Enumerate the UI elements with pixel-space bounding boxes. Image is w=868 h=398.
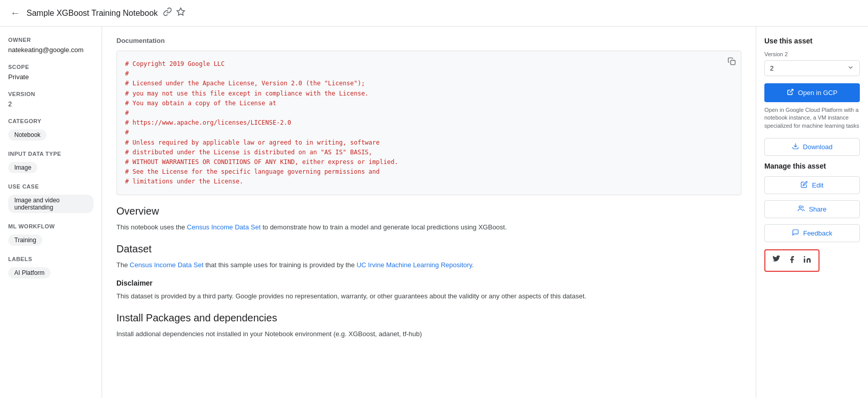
overview-heading: Overview xyxy=(116,205,741,217)
dataset-text-after: . xyxy=(472,261,474,269)
edit-icon xyxy=(801,181,808,190)
labels-section: Labels AI Platform xyxy=(8,256,93,278)
labels-label: Labels xyxy=(8,256,93,262)
overview-text-after: to demonstrate how to train a model and … xyxy=(261,223,507,231)
dataset-heading: Dataset xyxy=(116,243,741,255)
open-gcp-description: Open in Google Cloud Platform with a not… xyxy=(764,106,860,130)
sidebar: Owner natekeating@google.com Scope Priva… xyxy=(0,27,102,398)
owner-section: Owner natekeating@google.com xyxy=(8,37,93,54)
main-content: Documentation # Copyright 2019 Google LL… xyxy=(102,27,756,398)
disclaimer-heading: Disclaimer xyxy=(116,279,741,287)
dataset-text-before: The xyxy=(116,261,130,269)
download-button[interactable]: Download xyxy=(764,138,860,156)
svg-rect-1 xyxy=(731,60,735,65)
install-heading: Install Packages and dependencies xyxy=(116,312,741,324)
feedback-label: Feedback xyxy=(803,229,832,237)
scope-value: Private xyxy=(8,73,93,81)
chevron-down-icon xyxy=(847,64,854,73)
header: ← Sample XGBoost Training Notebook xyxy=(0,0,868,27)
input-data-type-section: Input data type Image xyxy=(8,151,93,173)
ml-workflow-chip: Training xyxy=(8,235,42,246)
open-in-gcp-button[interactable]: Open in GCP xyxy=(764,83,860,102)
main-layout: Owner natekeating@google.com Scope Priva… xyxy=(0,27,868,398)
scope-section: Scope Private xyxy=(8,64,93,81)
version-value: 2 xyxy=(8,100,93,108)
use-asset-title: Use this asset xyxy=(764,37,860,45)
category-section: Category Notebook xyxy=(8,118,93,141)
disclaimer-text: This dataset is provided by a third part… xyxy=(116,291,741,302)
star-icon[interactable] xyxy=(176,7,185,19)
code-block: # Copyright 2019 Google LLC## Licensed u… xyxy=(116,51,741,195)
dataset-text-middle: that this sample uses for training is pr… xyxy=(204,261,357,269)
download-icon xyxy=(792,143,799,151)
manage-asset-title: Manage this asset xyxy=(764,162,860,170)
version-label-right: Version 2 xyxy=(764,51,860,57)
svg-marker-0 xyxy=(177,8,185,15)
use-case-section: Use case Image and video understanding xyxy=(8,183,93,213)
overview-text-before: This notebook uses the xyxy=(116,223,187,231)
open-gcp-label: Open in GCP xyxy=(798,89,837,97)
svg-line-2 xyxy=(790,89,793,92)
svg-point-6 xyxy=(804,256,805,258)
dataset-paragraph: The Census Income Data Set that this sam… xyxy=(116,260,741,271)
input-data-type-label: Input data type xyxy=(8,151,93,157)
documentation-title: Documentation xyxy=(116,37,741,44)
feedback-button[interactable]: Feedback xyxy=(764,224,860,242)
version-label: Version xyxy=(8,91,93,97)
owner-label: Owner xyxy=(8,37,93,43)
page-title: Sample XGBoost Training Notebook xyxy=(27,9,158,18)
ml-workflow-section: ml workflow Training xyxy=(8,223,93,246)
version-select[interactable]: 2 xyxy=(764,60,860,76)
feedback-icon xyxy=(792,229,799,238)
use-case-chip: Image and video understanding xyxy=(8,195,93,213)
social-share-box xyxy=(764,249,819,272)
labels-chip: AI Platform xyxy=(8,267,51,278)
download-label: Download xyxy=(803,143,833,151)
overview-paragraph: This notebook uses the Census Income Dat… xyxy=(116,222,741,233)
linkedin-icon[interactable] xyxy=(803,255,811,266)
share-button[interactable]: Share xyxy=(764,200,860,218)
link-icon[interactable] xyxy=(163,7,172,19)
back-button[interactable]: ← xyxy=(10,7,20,19)
input-data-type-chip: Image xyxy=(8,162,37,173)
category-label: Category xyxy=(8,118,93,124)
facebook-icon[interactable] xyxy=(788,255,796,266)
owner-value: natekeating@google.com xyxy=(8,46,93,54)
dataset-link[interactable]: Census Income Data Set xyxy=(130,261,204,269)
overview-link[interactable]: Census Income Data Set xyxy=(187,223,261,231)
twitter-icon[interactable] xyxy=(773,255,781,266)
dataset-link2[interactable]: UC Irvine Machine Learning Repository xyxy=(356,261,472,269)
use-case-label: Use case xyxy=(8,183,93,190)
svg-rect-5 xyxy=(804,259,805,263)
code-lines: # Copyright 2019 Google LLC## Licensed u… xyxy=(125,59,733,186)
svg-point-4 xyxy=(799,206,802,208)
category-chip: Notebook xyxy=(8,129,46,141)
version-select-value: 2 xyxy=(770,64,774,72)
share-icon xyxy=(798,205,805,214)
share-label: Share xyxy=(809,205,827,213)
open-gcp-external-icon xyxy=(787,88,794,97)
edit-button[interactable]: Edit xyxy=(764,176,860,194)
edit-label: Edit xyxy=(812,181,823,189)
copy-icon[interactable] xyxy=(728,56,736,69)
scope-label: Scope xyxy=(8,64,93,70)
install-text: Install addional dependencies not instal… xyxy=(116,329,741,340)
version-section: Version 2 xyxy=(8,91,93,108)
ml-workflow-label: ml workflow xyxy=(8,223,93,229)
right-panel: Use this asset Version 2 2 Open in GCP O… xyxy=(756,27,868,398)
